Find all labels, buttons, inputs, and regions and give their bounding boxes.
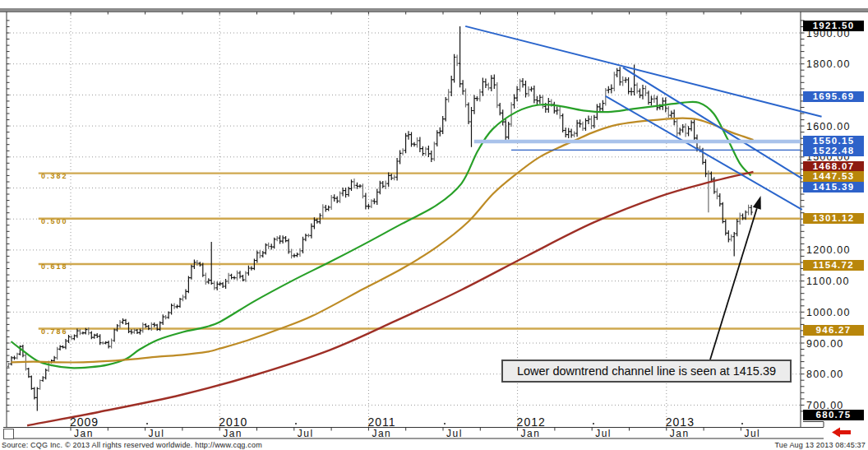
fib-label-0.382: 0.382 <box>41 172 68 180</box>
price-badge-1695.69[interactable]: 1695.69 <box>803 91 864 102</box>
axis-month-Jul-47: Jul <box>595 428 612 439</box>
axis-year-2010: 2010 <box>219 415 247 429</box>
scale-label-1000.00: 1000.00 <box>806 307 866 318</box>
scroll-left-arrow-icon[interactable] <box>832 426 852 437</box>
scale-label-1600.00: 1600.00 <box>806 121 866 132</box>
scale-label-1200.00: 1200.00 <box>806 244 866 255</box>
scale-label-800.00: 800.00 <box>806 369 866 379</box>
chart-timestamp: Tue Aug 13 2013 08:45:37 <box>774 441 866 449</box>
price-badge-1522.48[interactable]: 1522.48 <box>803 146 864 156</box>
scale-label-900.00: 900.00 <box>806 338 866 349</box>
price-badge-1447.53[interactable]: 1447.53 <box>803 171 864 182</box>
price-badge-1921.50[interactable]: 1921.50 <box>803 21 864 31</box>
axis-month-Jul-59: Jul <box>744 428 760 439</box>
axis-month-Jul-11: Jul <box>149 428 165 439</box>
price-badge-946.27[interactable]: 946.27 <box>803 325 864 336</box>
annotation-text: Lower downtrend channel line is seen at … <box>517 364 776 378</box>
price-bars-gray <box>7 55 750 390</box>
ma-slow-maroon[interactable] <box>27 172 753 425</box>
scale-label-1800.00: 1800.00 <box>806 58 866 69</box>
price-badge-1415.39[interactable]: 1415.39 <box>803 182 864 193</box>
annotation-box[interactable]: Lower downtrend channel line is seen at … <box>501 360 792 383</box>
axis-month-Jan-41: Jan <box>521 428 541 439</box>
upper-channel-line[interactable] <box>623 67 802 179</box>
price-badge-680.75[interactable]: 680.75 <box>803 410 864 420</box>
axis-year-dot <box>444 423 446 424</box>
axis-month-Jan-17: Jan <box>223 428 242 439</box>
scale-label-1100.00: 1100.00 <box>806 276 866 286</box>
price-badge-1154.72[interactable]: 1154.72 <box>803 260 864 271</box>
axis-month-Jan-53: Jan <box>670 428 690 439</box>
source-credit: Source: CQG Inc. © 2013 All rights reser… <box>2 441 262 449</box>
fib-label-0.618: 0.618 <box>41 262 68 271</box>
axis-year-2009: 2009 <box>70 415 99 429</box>
axis-month-Jan-5: Jan <box>74 428 94 439</box>
chart-window: 1900.001800.001600.001500.001400.001200.… <box>0 0 868 450</box>
fib-label-0.500: 0.500 <box>41 217 68 225</box>
axis-year-2013: 2013 <box>666 415 695 429</box>
annotation-arrow-line[interactable] <box>710 208 757 360</box>
axis-year-dot <box>593 423 594 424</box>
axis-month-Jul-35: Jul <box>446 428 463 439</box>
axis-year-2012: 2012 <box>517 415 546 429</box>
axis-year-dot <box>295 423 297 424</box>
axis-month-Jan-29: Jan <box>372 428 391 439</box>
axis-year-2011: 2011 <box>367 415 395 429</box>
axis-month-Jul-23: Jul <box>298 428 314 439</box>
annotation-arrowhead <box>753 196 761 210</box>
ma-mid-orange[interactable] <box>12 118 754 363</box>
downtrend-line-from-high[interactable] <box>465 26 821 117</box>
axis-checkbox[interactable] <box>3 429 14 439</box>
axis-year-dot <box>741 423 743 424</box>
fib-label-0.786: 0.786 <box>41 327 68 336</box>
lower-channel-line[interactable] <box>606 96 802 210</box>
axis-year-dot <box>146 423 148 424</box>
scale-label-700.00: 700.00 <box>806 400 866 411</box>
price-badge-1301.12[interactable]: 1301.12 <box>803 213 864 224</box>
